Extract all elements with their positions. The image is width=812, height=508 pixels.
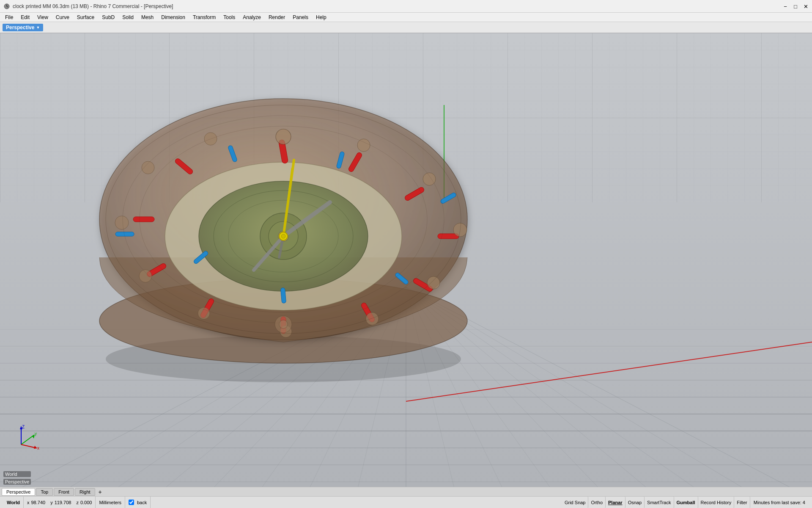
menu-item-help[interactable]: Help [313, 14, 330, 21]
minimize-button[interactable]: − [781, 2, 790, 11]
statusbar-toggle-osnap[interactable]: Osnap [625, 497, 645, 508]
viewport-tabs-bar: PerspectiveTopFrontRight+ [0, 487, 812, 496]
back-checkbox-input[interactable] [129, 500, 134, 505]
z-value: 0.000 [80, 500, 92, 505]
statusbar-toggle-ortho[interactable]: Ortho [588, 497, 606, 508]
statusbar-units: Millimeters [96, 497, 125, 508]
app-icon [3, 3, 10, 10]
svg-point-79 [115, 216, 129, 229]
svg-line-90 [21, 435, 34, 444]
statusbar-back-checkbox[interactable]: back [125, 497, 151, 508]
menu-item-edit[interactable]: Edit [17, 14, 33, 21]
viewport-tab-right[interactable]: Right [75, 488, 95, 496]
menu-item-dimension[interactable]: Dimension [158, 14, 189, 21]
menu-item-panels[interactable]: Panels [289, 14, 312, 21]
world-label: World [7, 500, 20, 505]
svg-text:y: y [35, 431, 37, 436]
y-value: 119.708 [55, 500, 71, 505]
z-label: z [76, 500, 79, 505]
menubar: FileEditViewCurveSurfaceSubDSolidMeshDim… [0, 13, 812, 22]
svg-point-70 [276, 129, 291, 144]
menu-item-view[interactable]: View [34, 14, 52, 21]
menu-item-analyze[interactable]: Analyze [239, 14, 264, 21]
statusbar-world: World [3, 497, 24, 508]
svg-point-74 [427, 276, 440, 289]
svg-point-71 [357, 139, 370, 152]
sub-vp-world: World [3, 471, 31, 477]
menu-item-transform[interactable]: Transform [189, 14, 219, 21]
y-label: y [50, 500, 53, 505]
menu-item-curve[interactable]: Curve [52, 14, 73, 21]
window-controls: − □ ✕ [781, 2, 810, 11]
statusbar-toggle-gumball[interactable]: Gumball [674, 497, 698, 508]
menu-item-subd[interactable]: SubD [99, 14, 118, 21]
statusbar-toggle-filter[interactable]: Filter [734, 497, 750, 508]
svg-point-77 [198, 307, 210, 319]
statusbar-toggle-grid-snap[interactable]: Grid Snap [562, 497, 589, 508]
menu-item-surface[interactable]: Surface [74, 14, 98, 21]
viewport-dropdown-arrow[interactable]: ▼ [36, 25, 40, 30]
window-title: clock printed MM 06.3dm (13 MB) - Rhino … [13, 3, 809, 9]
svg-marker-94 [34, 446, 37, 449]
close-button[interactable]: ✕ [801, 2, 810, 11]
maximize-button[interactable]: □ [791, 2, 800, 11]
menu-item-tools[interactable]: Tools [220, 14, 239, 21]
viewport-tab-front[interactable]: Front [54, 488, 74, 496]
svg-text:Z: Z [22, 425, 25, 429]
axis-indicator: Z y x [13, 423, 42, 453]
menu-item-file[interactable]: File [2, 14, 16, 21]
viewport-label-bar: Perspective ▼ [0, 22, 812, 33]
svg-rect-61 [133, 217, 154, 222]
x-value: 98.740 [31, 500, 45, 505]
svg-point-86 [279, 320, 288, 329]
statusbar-toggle-smarttrack[interactable]: SmartTrack [645, 497, 674, 508]
viewport-label-text: Perspective [6, 25, 34, 30]
menu-item-solid[interactable]: Solid [119, 14, 137, 21]
statusbar-coordinates: x98.740 y119.708 z0.000 [24, 497, 96, 508]
sub-vp-perspective-label: Perspective [3, 479, 31, 485]
add-viewport-button[interactable]: + [96, 489, 104, 495]
main-viewport[interactable]: Z y x World Perspective [0, 33, 812, 487]
statusbar-toggle-planar[interactable]: Planar [606, 497, 625, 508]
svg-point-78 [139, 270, 152, 282]
titlebar: clock printed MM 06.3dm (13 MB) - Rhino … [0, 0, 812, 13]
statusbar-toggle-record-history[interactable]: Record History [698, 497, 735, 508]
back-label: back [137, 500, 147, 505]
viewport-label-perspective[interactable]: Perspective ▼ [3, 24, 43, 31]
menu-item-render[interactable]: Render [265, 14, 288, 21]
svg-line-93 [21, 444, 36, 448]
statusbar: Worldx98.740 y119.708 z0.000Millimetersb… [0, 496, 812, 508]
menu-item-mesh[interactable]: Mesh [138, 14, 157, 21]
svg-point-51 [281, 234, 285, 238]
svg-point-75 [366, 312, 379, 325]
viewport-tab-perspective[interactable]: Perspective [2, 488, 35, 496]
viewport-tab-top[interactable]: Top [36, 488, 53, 496]
x-label: x [27, 500, 30, 505]
svg-point-72 [423, 173, 436, 185]
clock-3d-model [51, 54, 516, 384]
statusbar-last-save: Minutes from last save: 4 [750, 497, 809, 508]
svg-text:x: x [37, 446, 39, 450]
